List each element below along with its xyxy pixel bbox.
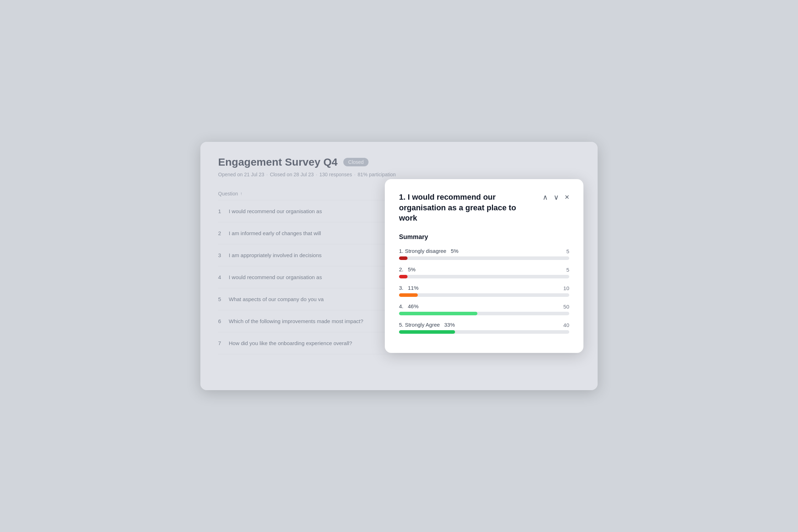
list-item: 4. 46% 50 bbox=[399, 303, 569, 315]
response-pct: 33% bbox=[444, 322, 455, 328]
bar-track bbox=[399, 330, 569, 334]
response-count: 5 bbox=[566, 267, 569, 273]
modal-header: 1. I would recommend our organisation as… bbox=[399, 192, 569, 223]
response-count: 40 bbox=[563, 322, 569, 328]
bar-fill bbox=[399, 312, 477, 315]
list-item: 5. Strongly Agree 33% 40 bbox=[399, 322, 569, 334]
bar-track bbox=[399, 275, 569, 278]
response-count: 5 bbox=[566, 248, 569, 254]
bar-track bbox=[399, 312, 569, 315]
response-label: 3. bbox=[399, 285, 404, 291]
response-list: 1. Strongly disagree 5% 5 2. 5% bbox=[399, 248, 569, 334]
response-detail-modal: 1. I would recommend our organisation as… bbox=[385, 179, 583, 353]
list-item: 3. 11% 10 bbox=[399, 285, 569, 297]
list-item: 1. Strongly disagree 5% 5 bbox=[399, 248, 569, 260]
bar-fill bbox=[399, 275, 408, 278]
bar-track bbox=[399, 256, 569, 260]
modal-close-button[interactable]: × bbox=[565, 193, 569, 201]
response-count: 50 bbox=[563, 304, 569, 310]
list-item: 2. 5% 5 bbox=[399, 266, 569, 278]
response-pct: 5% bbox=[451, 248, 459, 254]
response-pct: 5% bbox=[408, 266, 416, 272]
response-label: 2. bbox=[399, 266, 404, 272]
bar-fill bbox=[399, 256, 408, 260]
modal-title: 1. I would recommend our organisation as… bbox=[399, 192, 534, 223]
bar-fill bbox=[399, 293, 418, 297]
modal-controls: ∧ ∨ × bbox=[543, 193, 569, 201]
app-container: Engagement Survey Q4 Closed Opened on 21… bbox=[200, 142, 598, 390]
modal-overlay: 1. I would recommend our organisation as… bbox=[200, 142, 598, 390]
bar-track bbox=[399, 293, 569, 297]
response-label: 5. Strongly Agree bbox=[399, 322, 440, 328]
response-pct: 46% bbox=[408, 303, 419, 309]
modal-section-title: Summary bbox=[399, 233, 569, 241]
modal-next-button[interactable]: ∨ bbox=[554, 194, 559, 201]
bar-fill bbox=[399, 330, 455, 334]
response-label: 4. bbox=[399, 303, 404, 309]
response-count: 10 bbox=[563, 285, 569, 291]
response-label: 1. Strongly disagree bbox=[399, 248, 446, 254]
modal-prev-button[interactable]: ∧ bbox=[543, 194, 548, 201]
response-pct: 11% bbox=[408, 285, 419, 291]
